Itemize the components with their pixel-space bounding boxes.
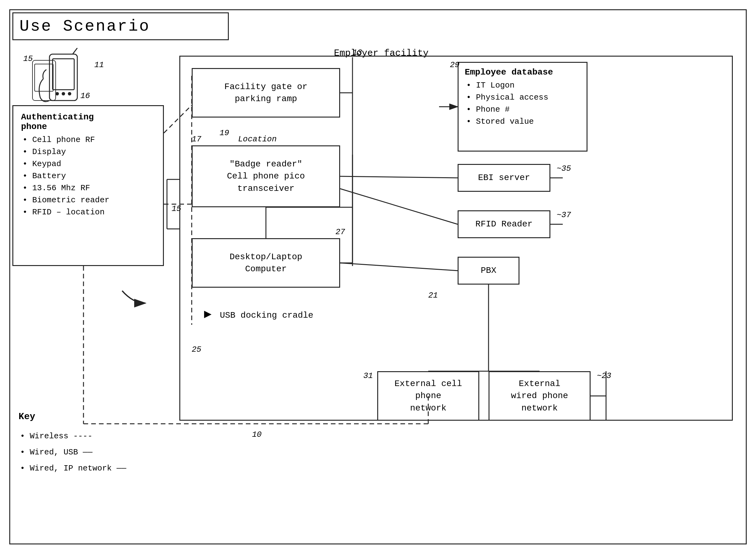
pbx-box: PBX	[458, 257, 519, 285]
auth-phone-item-7: RFID – location	[22, 206, 155, 218]
auth-phone-item-3: Keypad	[22, 158, 155, 170]
auth-phone-item-4: Battery	[22, 170, 155, 182]
ref-13: 13	[352, 48, 362, 57]
employee-db-box: Employee database IT Logon Physical acce…	[458, 62, 587, 152]
employee-db-list: IT Logon Physical access Phone # Stored …	[465, 79, 580, 128]
desktop-text: Desktop/Laptop Computer	[229, 251, 302, 275]
employee-db-title: Employee database	[465, 67, 580, 77]
pbx-label: PBX	[481, 265, 496, 277]
ref-27: 27	[336, 227, 345, 237]
ref-37: ~37	[557, 210, 571, 220]
title-box: Use Scenario	[12, 12, 229, 40]
employee-db-item-1: IT Logon	[466, 79, 580, 92]
auth-phone-title: Authenticating phone	[21, 112, 155, 131]
ref-21: 21	[428, 291, 438, 300]
auth-phone-item-1: Cell phone RF	[22, 134, 155, 146]
ref-17: 17	[192, 134, 201, 144]
page-title: Use Scenario	[19, 17, 150, 36]
rfid-reader-label: RFID Reader	[475, 218, 533, 230]
ref-19: 19	[220, 128, 229, 137]
svg-point-3	[56, 93, 58, 95]
ebi-server-label: EBI server	[478, 172, 530, 184]
ref-23: ~23	[597, 371, 611, 381]
key-wired-usb: Wired, USB ——	[20, 444, 126, 460]
rfid-reader-box: RFID Reader	[458, 210, 550, 238]
ebi-server-box: EBI server	[458, 164, 550, 192]
key-wireless: Wireless ----	[20, 428, 126, 444]
ref-10: 10	[252, 430, 261, 439]
auth-phone-list: Cell phone RF Display Keypad Battery 13.…	[21, 134, 155, 218]
svg-line-2	[73, 48, 77, 54]
auth-phone-item-6: Biometric reader	[22, 194, 155, 206]
ext-wired-text: External wired phone network	[511, 378, 568, 414]
badge-reader-text: "Badge reader" Cell phone pico transceiv…	[227, 158, 305, 195]
auth-phone-item-5: 13.56 Mhz RF	[22, 182, 155, 194]
ref-31: 31	[363, 371, 373, 381]
phone-illustration	[25, 48, 102, 110]
svg-rect-7	[35, 64, 53, 91]
ref-29: 29	[450, 60, 460, 70]
svg-point-5	[68, 93, 71, 95]
ext-cell-box: External cell phone network	[377, 371, 479, 421]
ref-25: 25	[192, 345, 201, 354]
location-label: Location	[238, 134, 277, 144]
key-list: Wireless ---- Wired, USB —— Wired, IP ne…	[18, 428, 126, 476]
auth-phone-item-2: Display	[22, 146, 155, 158]
svg-point-4	[62, 93, 65, 95]
key-wired-ip: Wired, IP network ——	[20, 460, 126, 476]
ref-11: 11	[94, 60, 104, 70]
ref-35: ~35	[557, 164, 571, 173]
employee-db-item-2: Physical access	[466, 92, 580, 104]
badge-reader-box: "Badge reader" Cell phone pico transceiv…	[192, 146, 340, 207]
employee-db-item-3: Phone #	[466, 104, 580, 116]
facility-gate-box: Facility gate or parking ramp	[192, 68, 340, 118]
desktop-box: Desktop/Laptop Computer	[192, 238, 340, 288]
ref-16: 16	[80, 91, 90, 101]
auth-phone-box: Authenticating phone Cell phone RF Displ…	[12, 105, 164, 266]
ext-wired-box: External wired phone network	[488, 371, 591, 421]
ext-cell-text: External cell phone network	[395, 378, 462, 414]
ref-15b: 15	[172, 204, 181, 213]
key-title: Key	[18, 408, 126, 425]
key-box: Key Wireless ---- Wired, USB —— Wired, I…	[18, 408, 126, 476]
facility-gate-text: Facility gate or parking ramp	[225, 81, 308, 105]
ref-15a: 15	[23, 54, 33, 63]
usb-cradle-label: ▶ USB docking cradle	[204, 306, 313, 321]
employee-db-item-4: Stored value	[466, 116, 580, 128]
